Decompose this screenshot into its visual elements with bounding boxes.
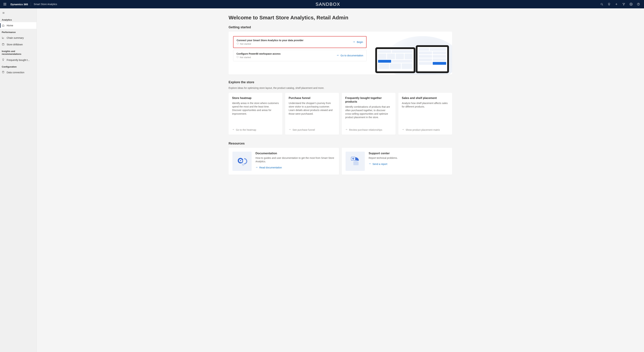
- resources-heading: Resources: [228, 142, 452, 145]
- hero-illustration: [372, 36, 452, 74]
- gs-action-docs[interactable]: Go to documentation: [336, 54, 363, 57]
- gs-step-status: Not started: [236, 56, 280, 59]
- nav-section-analytics: Analytics: [0, 16, 36, 22]
- card-link[interactable]: Go to the heatmap: [232, 128, 279, 131]
- resource-desc: How-to guides and user documentation to …: [256, 156, 335, 163]
- svg-rect-3: [4, 4, 4, 4]
- circle-empty-icon: [236, 42, 239, 45]
- gs-step-powerbi[interactable]: Configure PowerBI workspace access Not s…: [233, 50, 366, 61]
- arrow-right-icon: [402, 128, 404, 131]
- getting-started-hero: Connect your Smart Store Analytics to yo…: [228, 31, 452, 74]
- svg-rect-8: [6, 5, 6, 5]
- card-title: Sales and shelf placement: [402, 96, 448, 100]
- top-bar: Dynamics 365 Smart Store Analytics SANDB…: [0, 0, 644, 8]
- svg-point-15: [638, 5, 638, 5]
- resource-card-support[interactable]: Support center Report technical problems…: [342, 148, 452, 175]
- svg-rect-36: [354, 161, 359, 165]
- explore-description: Explore ideas for optimizing store layou…: [228, 86, 452, 89]
- arrow-right-icon: [336, 54, 339, 57]
- lightbulb-icon: [2, 58, 4, 62]
- svg-line-10: [602, 5, 603, 5]
- sidebar-item-home[interactable]: Home: [0, 22, 36, 29]
- svg-rect-4: [5, 4, 5, 4]
- main-content: Welcome to Smart Store Analytics, Retail…: [37, 8, 644, 352]
- svg-rect-0: [4, 3, 4, 3]
- svg-rect-37: [355, 160, 357, 162]
- explore-card-sales-shelf[interactable]: Sales and shelf placement Analyze how sh…: [398, 93, 452, 135]
- resource-card-documentation[interactable]: Documentation How-to guides and user doc…: [228, 148, 339, 175]
- documentation-illustration: [232, 152, 252, 171]
- svg-point-23: [237, 56, 238, 58]
- card-link[interactable]: See purchase funnel: [289, 128, 336, 131]
- lightbulb-icon[interactable]: [606, 0, 612, 8]
- explore-card-fbt[interactable]: Frequently bought together products Iden…: [342, 93, 396, 135]
- sidebar-item-chain-summary[interactable]: Chain summary: [0, 34, 36, 41]
- help-icon[interactable]: [635, 0, 642, 8]
- gear-icon[interactable]: [628, 0, 634, 8]
- explore-card-heatmap[interactable]: Store heatmap Identify areas in the stor…: [228, 93, 282, 135]
- resource-link[interactable]: Send a report: [368, 162, 398, 165]
- database-icon: [2, 71, 4, 74]
- app-launcher-icon[interactable]: [2, 0, 8, 8]
- card-link[interactable]: Review purchase relationships: [345, 128, 392, 131]
- divider: [31, 2, 31, 6]
- arrow-right-icon: [256, 166, 258, 169]
- svg-point-31: [240, 160, 241, 161]
- resource-desc: Report technical problems.: [368, 156, 398, 160]
- sidebar-item-label: Chain summary: [7, 36, 24, 39]
- svg-rect-19: [2, 44, 4, 45]
- gs-step-connect-data[interactable]: Connect your Smart Store Analytics to yo…: [233, 36, 366, 48]
- svg-point-21: [237, 43, 239, 44]
- card-desc: Identify areas in the store where custom…: [232, 101, 279, 126]
- sidebar-item-store-drilldown[interactable]: Store drilldown: [0, 41, 36, 48]
- brand-label[interactable]: Dynamics 365: [8, 3, 30, 6]
- card-link[interactable]: Show product placement matrix: [402, 128, 448, 131]
- card-title: Frequently bought together products: [345, 96, 392, 104]
- arrow-right-icon: [232, 128, 234, 131]
- card-desc: Analyze how shelf placement affects sale…: [402, 101, 448, 126]
- getting-started-heading: Getting started: [228, 25, 452, 29]
- laptop-mockup: [375, 47, 416, 73]
- svg-rect-5: [6, 4, 6, 4]
- card-title: Purchase funnel: [289, 96, 336, 100]
- explore-heading: Explore the store: [228, 80, 452, 84]
- top-icons-group: [598, 0, 642, 8]
- explore-card-funnel[interactable]: Purchase funnel Understand the shopper's…: [285, 93, 339, 135]
- sidebar-item-label: Frequently bought t...: [7, 59, 30, 61]
- hamburger-icon[interactable]: [0, 9, 7, 16]
- nav-section-configuration: Configuration: [0, 63, 36, 69]
- svg-point-9: [601, 3, 602, 5]
- chart-line-icon: [2, 36, 4, 40]
- gs-step-title: Connect your Smart Store Analytics to yo…: [236, 39, 304, 42]
- gs-action-begin[interactable]: Begin: [352, 40, 363, 44]
- resource-link[interactable]: Read documentation: [256, 166, 335, 169]
- circle-empty-icon: [236, 56, 239, 59]
- tablet-mockup: [416, 45, 449, 73]
- sidebar-item-label: Data connection: [7, 71, 24, 74]
- nav-section-performance: Performance: [0, 29, 36, 34]
- gs-step-title: Configure PowerBI workspace access: [236, 52, 280, 55]
- arrow-right-icon: [352, 40, 355, 44]
- support-illustration: [346, 152, 365, 171]
- search-icon[interactable]: [598, 0, 605, 8]
- arrow-right-icon: [289, 128, 291, 131]
- filter-icon[interactable]: [620, 0, 627, 8]
- svg-point-20: [2, 71, 4, 72]
- home-icon: [2, 24, 4, 27]
- svg-rect-7: [5, 5, 5, 5]
- card-desc: Understand the shopper's journey from st…: [289, 101, 336, 126]
- resource-title: Support center: [368, 152, 398, 155]
- sidebar-item-data-connection[interactable]: Data connection: [0, 69, 36, 76]
- gs-step-status: Not started: [236, 42, 304, 45]
- page-title: Welcome to Smart Store Analytics, Retail…: [228, 15, 452, 20]
- svg-rect-1: [5, 3, 5, 3]
- resource-title: Documentation: [256, 152, 335, 155]
- app-name-label[interactable]: Smart Store Analytics: [32, 3, 57, 5]
- explore-cards: Store heatmap Identify areas in the stor…: [228, 93, 452, 135]
- card-desc: Identify combinations of products that a…: [345, 105, 392, 126]
- card-title: Store heatmap: [232, 96, 279, 100]
- sidebar-item-frequently-bought[interactable]: Frequently bought t...: [0, 57, 36, 63]
- svg-rect-2: [6, 3, 6, 3]
- plus-icon[interactable]: [613, 0, 620, 8]
- store-icon: [2, 43, 4, 46]
